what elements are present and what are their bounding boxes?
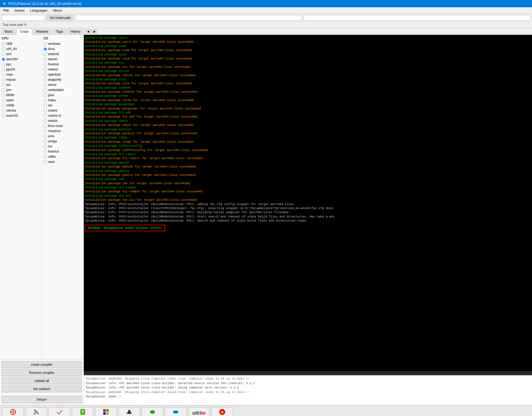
console-line: Installing package gnutls — [85, 169, 531, 173]
cpu-option-avr[interactable]: avr — [2, 83, 40, 87]
os-option-solaris[interactable]: solaris — [44, 109, 82, 112]
os-option-darwin[interactable]: darwin — [44, 57, 82, 61]
os-label-embedded: embedded — [48, 88, 64, 92]
cpu-option-arm[interactable]: arm — [2, 52, 40, 56]
install-compiler-button[interactable]: Install compiler — [2, 361, 82, 368]
tab-next-button[interactable]: ▶ — [92, 29, 98, 34]
install-path-input[interactable]: D:\fpcupdeluxe3 — [2, 15, 45, 21]
cpu-label-i386: i386 — [6, 42, 12, 46]
cpu-option-i386[interactable]: i386 — [2, 42, 40, 46]
bottom-button-fixes[interactable]: Fixes — [25, 407, 47, 416]
cpu-label-aarch64: aarch64 — [6, 57, 18, 61]
cpu-label-i8086: i8086 — [6, 93, 14, 97]
menu-item-about[interactable]: About — [51, 8, 64, 13]
os-option-linux-musl[interactable]: linux-musl — [44, 124, 82, 128]
os-option-freebsd[interactable]: freebsd — [44, 62, 82, 66]
os-option-linux[interactable]: linux — [44, 47, 82, 51]
pico-icon — [149, 408, 156, 416]
os-option-ultibo[interactable]: ultibo — [44, 155, 82, 159]
os-label-solaris: solaris — [48, 109, 58, 112]
os-option-msdos[interactable]: msdos — [44, 119, 82, 123]
menu-item-issues[interactable]: Issues — [12, 8, 27, 13]
os-option-aix[interactable]: aix — [44, 103, 82, 107]
os-label-ultibo: ultibo — [48, 155, 56, 159]
bottom-button-mormot[interactable]: MmORMot — [211, 407, 233, 416]
os-option-solaris-oi[interactable]: solaris-oi — [44, 114, 82, 118]
os-option-android[interactable]: android — [44, 52, 82, 56]
console-line: Installing package pastojs — [85, 128, 531, 132]
remove-compiler-button[interactable]: Remove compiler — [2, 369, 82, 376]
cpu-option-jvm[interactable]: jvm — [2, 88, 40, 92]
log-output: fpcupdeluxe: WARNING: Skipping cross-com… — [84, 375, 532, 405]
ultibo-icon: ultibo — [192, 409, 205, 416]
bottom-button-lamw[interactable]: LAMW — [72, 407, 94, 416]
os-option-dragonfly[interactable]: dragonfly — [44, 78, 82, 82]
console-line: Installing package libgc — [85, 136, 531, 140]
console-line: Installation package uuid for target aar… — [85, 57, 531, 61]
cpu-option-sparc[interactable]: sparc — [2, 98, 40, 102]
cpu-label-arm: arm — [6, 52, 12, 56]
os-option-aros[interactable]: aros — [44, 134, 82, 138]
tab-tags[interactable]: Tags — [52, 28, 66, 35]
os-option-wasi[interactable]: wasi — [44, 160, 82, 164]
update-all-button[interactable]: Update all — [2, 377, 82, 384]
os-label-haiku: haiku — [48, 98, 56, 102]
os-option-openbsd[interactable]: openbsd — [44, 73, 82, 76]
cpu-option-aarch64[interactable]: aarch64 — [2, 57, 40, 61]
os-option-java[interactable]: java — [44, 93, 82, 97]
cpu-option-m68k[interactable]: m68k — [2, 103, 40, 107]
os-label-msdos: msdos — [48, 119, 58, 123]
os-label-freebsd: freebsd — [48, 62, 59, 66]
lazarus-url-input[interactable]: https://gitlab.com/freepascal.org/lazaru… — [304, 15, 530, 21]
tab-history[interactable]: History — [67, 28, 84, 35]
console-scrollbar[interactable] — [84, 371, 532, 375]
tab-cross[interactable]: Cross — [16, 28, 32, 35]
console-line: Installing package uuid — [85, 53, 531, 57]
bottom-button-esp32[interactable]: ESP32 — [165, 407, 187, 416]
console-line: fpcupdeluxe: info: FPCCrossInstaller (Bu… — [85, 202, 531, 206]
menu-item-languages[interactable]: Languages — [28, 8, 49, 13]
tab-modules[interactable]: Modules — [33, 28, 52, 35]
os-option-embedded[interactable]: embedded — [44, 88, 82, 92]
cpu-option-ppc64[interactable]: ppc64 — [2, 68, 40, 71]
wio-icon — [126, 408, 133, 416]
bottom-button-pico[interactable]: Pico — [142, 407, 163, 416]
cpu-option-wasm32[interactable]: wasm32 — [2, 114, 40, 118]
fixes-icon — [33, 408, 40, 416]
set-install-path-button[interactable]: Set install path — [46, 15, 74, 21]
cpu-option-i8086[interactable]: i8086 — [2, 93, 40, 97]
bottom-button-stable[interactable]: Stable — [49, 407, 70, 416]
console-line: Installation package pastojs for target … — [85, 132, 531, 136]
os-label-android: android — [48, 52, 59, 56]
setup-button[interactable]: Setup+ — [2, 396, 82, 403]
console-line: Installation package ide for target aarc… — [85, 182, 531, 186]
os-option-freertos[interactable]: freertos — [44, 150, 82, 153]
menu-item-file[interactable]: File — [1, 8, 11, 13]
os-option-ios[interactable]: ios — [44, 145, 82, 148]
tab-prev-button[interactable]: ◀ — [85, 29, 91, 34]
os-option-morphos[interactable]: morphos — [44, 129, 82, 133]
os-option-windows[interactable]: windows — [44, 42, 82, 46]
tab-basic[interactable]: Basic — [1, 28, 16, 35]
bottom-button-win95[interactable]: Win95 — [95, 407, 117, 416]
os-option-netbsd[interactable]: netbsd — [44, 68, 82, 71]
cpu-label-mipsel: mipsel — [6, 78, 16, 82]
cpu-option-x86_64[interactable]: x86_64 — [2, 47, 40, 51]
left-buttons: Install compiler Remove compiler Update … — [0, 359, 84, 394]
menubar: FileIssuesLanguagesAbout — [0, 7, 532, 14]
os-option-haiku[interactable]: haiku — [44, 98, 82, 102]
mormot-icon: M — [219, 408, 226, 416]
bottom-button-wio[interactable]: Wio — [118, 407, 140, 416]
set-subarch-button[interactable]: Set subarch — [2, 385, 82, 392]
bottom-button-trunk[interactable]: Trunk — [2, 407, 24, 416]
cpu-option-mips[interactable]: mips — [2, 73, 40, 76]
console-line: Installing package vcl-compat — [85, 186, 531, 190]
bottom-button-ultibo[interactable]: ultiboultibo — [188, 407, 210, 416]
fpc-url-input[interactable]: https://gitlab.com/freepascal.org/fpc/so… — [75, 15, 302, 21]
cpu-option-mipsel[interactable]: mipsel — [2, 78, 40, 82]
os-option-wince[interactable]: wince — [44, 83, 82, 87]
cpu-option-ppc[interactable]: ppc — [2, 62, 40, 66]
console-line: Installing package x11 — [85, 61, 531, 65]
cpu-option-xtensa[interactable]: xtensa — [2, 109, 40, 112]
os-option-amiga[interactable]: amiga — [44, 139, 82, 143]
